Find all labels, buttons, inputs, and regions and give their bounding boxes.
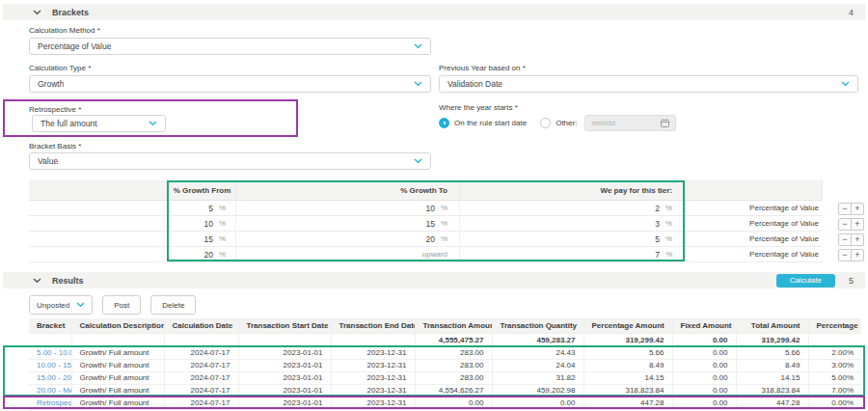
remove-tier-button[interactable]: −	[838, 249, 852, 261]
previous-year-label: Previous Year based on *	[439, 64, 526, 72]
growth-to-input[interactable]: 10%	[236, 201, 460, 216]
transaction-end-cell: 2023-12-31	[331, 384, 415, 397]
percentage-amount-cell: 447.28	[583, 397, 672, 409]
posted-filter-value: Unposted	[37, 301, 69, 310]
result-row-retrospective: Retrospective Growth/ Full amount 2024-0…	[29, 397, 861, 409]
calculation-date-cell: 2024-07-17	[164, 346, 238, 359]
radio-unselected-icon[interactable]	[540, 118, 551, 128]
tier-method-label: Percentage of Value	[685, 216, 823, 232]
radio-other-label: Other:	[556, 119, 577, 127]
bracket-link[interactable]: 5.00 - 10.00	[29, 346, 71, 359]
col-header-fixed-amount[interactable]: Fixed Amount	[672, 318, 736, 333]
tier-row-label-cell	[29, 201, 169, 216]
add-tier-button[interactable]: +	[851, 218, 864, 231]
percentage-cell: 7.00%	[808, 384, 861, 397]
transaction-amount-cell: 283.00	[415, 346, 492, 359]
radio-option-rule-start-date[interactable]: On the rule start date	[439, 118, 527, 128]
results-table: Bracket Calculation Description Calculat…	[29, 318, 861, 410]
transaction-quantity-cell: 459,202.98	[492, 384, 583, 397]
radio-option-other[interactable]: Other:	[540, 118, 577, 128]
col-header-transaction-start-date[interactable]: Transaction Start Date	[238, 318, 331, 333]
calculation-description-cell: Growth/ Full amount	[71, 397, 164, 409]
col-header-percentage[interactable]: Percentage	[808, 318, 861, 333]
add-tier-button[interactable]: +	[851, 233, 864, 246]
date-placeholder: mm/dd	[591, 119, 614, 127]
col-header-transaction-end-date[interactable]: Transaction End Date	[331, 318, 415, 333]
tier-table: % Growth From % Growth To We pay for thi…	[29, 180, 866, 262]
growth-from-input[interactable]: 5%	[169, 201, 236, 216]
bracket-basis-dropdown[interactable]: Value	[29, 152, 431, 170]
tier-pay-input[interactable]: 3%	[460, 216, 685, 232]
percentage-cell: 3.00%	[808, 359, 861, 371]
tier-pay-input[interactable]: 5%	[460, 232, 685, 247]
fixed-amount-cell: 0.00	[672, 371, 736, 384]
col-header-total-amount[interactable]: Total Amount	[736, 318, 808, 333]
growth-from-value: 5	[208, 204, 213, 213]
percentage-cell: 0.00%	[808, 397, 861, 409]
results-collapse-chevron-icon[interactable]	[33, 278, 41, 284]
calculation-type-dropdown[interactable]: Growth	[29, 75, 431, 93]
results-toolbar: Unposted Post Delete	[29, 295, 196, 315]
percent-suffix: %	[665, 219, 672, 228]
bracket-link[interactable]: Retrospective	[29, 397, 71, 409]
bracket-link[interactable]: 20.00 - MAX	[29, 384, 71, 397]
bracket-link[interactable]: 15.00 - 20.00	[29, 371, 71, 384]
col-header-transaction-amount[interactable]: Transaction Amount	[415, 318, 492, 333]
transaction-quantity-cell: 31.82	[492, 371, 583, 384]
calculate-button[interactable]: Calculate	[776, 274, 835, 288]
growth-from-input[interactable]: 15%	[169, 232, 236, 247]
percentage-cell: 5.00%	[808, 371, 861, 384]
col-header-transaction-quantity[interactable]: Transaction Quantity	[492, 318, 583, 333]
radio-selected-icon[interactable]	[439, 118, 449, 128]
posted-filter-dropdown[interactable]: Unposted	[29, 295, 93, 315]
fixed-amount-cell: 0.00	[672, 397, 736, 409]
retrospective-dropdown[interactable]: The full amount	[32, 115, 166, 132]
col-header-calculation-description[interactable]: Calculation Description	[71, 318, 164, 333]
transaction-amount-cell: 0.00	[415, 397, 492, 409]
add-tier-button[interactable]: +	[851, 249, 864, 261]
percent-suffix: %	[219, 219, 226, 228]
col-header-percentage-amount[interactable]: Percentage Amount	[583, 318, 672, 333]
growth-to-input[interactable]: 20%	[236, 232, 460, 247]
tier-pay-input[interactable]: 2%	[460, 201, 685, 216]
growth-from-value: 20	[203, 250, 212, 260]
transaction-quantity-cell: 24.43	[492, 346, 583, 359]
fixed-amount-cell: 0.00	[672, 346, 736, 359]
brackets-collapse-chevron-icon[interactable]	[33, 10, 41, 15]
percent-suffix: %	[665, 204, 672, 212]
transaction-quantity-cell: 24.04	[492, 359, 583, 371]
percent-suffix: %	[441, 204, 448, 212]
calculation-description-cell: Growth/ Full amount	[71, 346, 164, 359]
calculation-method-dropdown[interactable]: Percentage of Value	[29, 38, 431, 55]
other-date-input[interactable]: mm/dd	[584, 115, 676, 131]
tier-row-stepper: −+	[823, 232, 866, 247]
growth-to-input[interactable]: upward	[236, 247, 460, 262]
bracket-link[interactable]: 10.00 - 15.00	[29, 359, 71, 371]
previous-year-dropdown[interactable]: Validation Date	[439, 75, 858, 93]
tier-pay-input[interactable]: 7%	[460, 247, 685, 262]
growth-to-input[interactable]: 15%	[236, 216, 460, 232]
remove-tier-button[interactable]: −	[838, 203, 852, 215]
results-section-title: Results	[52, 276, 84, 286]
growth-from-input[interactable]: 10%	[169, 216, 236, 232]
growth-to-value: 15	[425, 219, 434, 229]
total-amount-cell: 14.15	[736, 371, 808, 384]
growth-from-input[interactable]: 20%	[169, 247, 236, 262]
growth-from-value: 10	[203, 219, 212, 229]
total-amount-cell: 318,823.84	[736, 384, 808, 397]
remove-tier-button[interactable]: −	[838, 218, 852, 231]
transaction-start-cell: 2023-01-01	[238, 371, 331, 384]
tier-row-3: 15% 20% 5% Percentage of Value −+	[29, 232, 866, 247]
add-tier-button[interactable]: +	[851, 203, 864, 215]
growth-from-value: 15	[203, 234, 212, 244]
delete-button[interactable]: Delete	[150, 295, 196, 315]
post-button[interactable]: Post	[102, 295, 141, 315]
brackets-section-title: Brackets	[52, 8, 89, 17]
remove-tier-button[interactable]: −	[838, 233, 852, 246]
col-header-calculation-date[interactable]: Calculation Date	[164, 318, 238, 333]
percentage-amount-cell: 8.49	[583, 359, 672, 371]
calculation-date-cell: 2024-07-17	[164, 397, 238, 409]
tier-pay-value: 2	[655, 204, 660, 213]
col-header-bracket[interactable]: Bracket	[29, 318, 71, 333]
bracket-basis-value: Value	[38, 156, 58, 166]
